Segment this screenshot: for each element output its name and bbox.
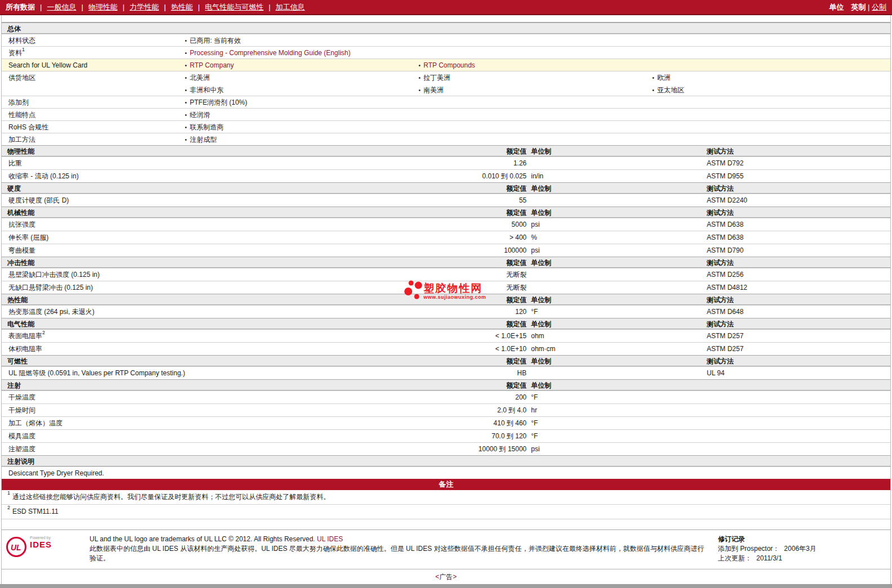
unit: psi: [531, 218, 539, 231]
section-header-6: 热性能额定值单位制测试方法: [2, 294, 890, 305]
nav-item-5[interactable]: 热性能: [171, 2, 193, 12]
bullet-item: •RTP Company: [182, 59, 234, 71]
bullet-text: 注射成型: [190, 136, 217, 143]
bullet-column-2: •拉丁美洲•南美洲: [416, 71, 451, 96]
table-row: 比重1.26ASTM D792: [2, 156, 890, 169]
table-row: 体积电阻率< 1.0E+10ohm·cmASTM D257: [2, 342, 890, 355]
test-method: ASTM D257: [707, 343, 743, 355]
top-nav-bar: 所有数据|一般信息|物理性能|力学性能|热性能|电气性能与可燃性|加工信息 单位…: [0, 0, 892, 15]
footnote-number: 1: [7, 490, 10, 496]
nav-item-7[interactable]: 加工信息: [275, 2, 305, 12]
section-title: 可燃性: [2, 357, 28, 365]
ad-slot: <广告>: [2, 569, 890, 584]
test-method: ASTM D4812: [707, 281, 747, 294]
table-row: RoHS 合规性•联系制造商: [2, 120, 890, 133]
data-link[interactable]: RTP Company: [190, 61, 234, 69]
rated-value: < 1.0E+10: [340, 343, 527, 355]
bullet-item: •PTFE润滑剂 (10%): [182, 96, 247, 109]
nav-item-1[interactable]: 所有数据: [6, 2, 35, 12]
nav-item-4[interactable]: 力学性能: [130, 2, 159, 12]
test-method: ASTM D648: [707, 306, 743, 318]
rated-value: 120: [340, 306, 527, 318]
unit: °F: [531, 391, 538, 403]
unit-separator: |: [866, 3, 872, 11]
table-row: 加工方法•注射成型: [2, 133, 890, 145]
unit-option-1[interactable]: 英制: [851, 3, 866, 11]
rated-value: 无断裂: [340, 268, 527, 281]
footnote-row-1: 1通过这些链接您能够访问供应商资料。我们尽量保证及时更新资料；不过您可以从供应商…: [2, 490, 890, 505]
unit: °F: [531, 417, 538, 429]
footer-disclaimer: 此数据表中的信息由 UL IDES 从该材料的生产商处获得。UL IDES 尽最…: [90, 544, 707, 563]
bullet-item: •Processing - Comprehensive Molding Guid…: [182, 47, 350, 59]
column-header-test-method: 测试方法: [707, 294, 734, 306]
bullet-icon: •: [182, 35, 190, 47]
unit-options: 英制 | 公制: [851, 2, 886, 12]
bullet-text: 联系制造商: [190, 123, 224, 131]
row-label: 收缩率 - 流动 (0.125 in): [2, 172, 79, 180]
row-label: RoHS 合规性: [2, 123, 48, 131]
test-method: ASTM D790: [707, 244, 743, 257]
rated-value: 55: [340, 194, 527, 207]
table-row: 添加剂•PTFE润滑剂 (10%): [2, 96, 890, 108]
bullet-icon: •: [182, 72, 190, 84]
note-text-row: Desiccant Type Dryer Required.: [2, 466, 890, 479]
row-label: 干燥温度: [2, 393, 35, 401]
unit-option-2[interactable]: 公制: [872, 3, 886, 11]
column-header-unit-system: 单位制: [531, 146, 551, 157]
footer-legal-text: UL and the UL logo are trademarks of UL …: [90, 535, 315, 543]
section-title: 电气性能: [2, 320, 34, 328]
column-header-unit-system: 单位制: [531, 380, 551, 391]
row-label: 资料1: [2, 49, 25, 57]
page-content: 总体材料状态•已商用: 当前有效资料1•Processing - Compreh…: [1, 15, 891, 584]
column-header-rated-value: 额定值: [340, 183, 527, 194]
rated-value: 410 到 460: [340, 417, 527, 429]
column-header-unit-system: 单位制: [531, 356, 551, 367]
column-header-test-method: 测试方法: [707, 183, 734, 194]
bullet-column-1: •RTP Company: [182, 59, 234, 71]
table-row: 性能特点•经润滑: [2, 108, 890, 120]
bullet-column-1: •经润滑: [182, 109, 210, 121]
row-label: 热变形温度 (264 psi, 未退火): [2, 308, 95, 316]
nav-item-6[interactable]: 电气性能与可燃性: [205, 2, 264, 12]
section-header-9: 注射额定值单位制: [2, 379, 890, 390]
ul-logo-icon: UL: [5, 536, 28, 560]
row-label: 伸长率 (屈服): [2, 234, 48, 241]
revision-value: 2011/3/1: [756, 554, 782, 562]
row-label: 无缺口悬臂梁冲击 (0.125 in): [2, 284, 93, 291]
ad-link[interactable]: 广告: [439, 573, 453, 581]
section-title: 冲击性能: [2, 259, 34, 267]
bullet-item: •非洲和中东: [182, 84, 224, 96]
table-row: 无缺口悬臂梁冲击 (0.125 in)无断裂ASTM D4812: [2, 281, 890, 294]
section-title: 硬度: [2, 185, 21, 192]
row-label: 抗张强度: [2, 221, 35, 228]
test-method: ASTM D638: [707, 231, 743, 244]
bullet-item: •注射成型: [182, 133, 217, 146]
bullet-icon: •: [416, 84, 423, 97]
revision-label: 上次更新：: [718, 554, 752, 562]
data-link[interactable]: RTP Compounds: [423, 61, 475, 69]
revision-value: 2006年3月: [784, 545, 816, 553]
nav-item-2[interactable]: 一般信息: [47, 2, 76, 12]
nav-item-3[interactable]: 物理性能: [88, 2, 118, 12]
bullet-text: 南美洲: [423, 86, 444, 94]
bullet-item: •联系制造商: [182, 121, 224, 133]
unit: ohm·cm: [531, 343, 555, 355]
row-label: 悬壁梁缺口冲击强度 (0.125 in): [2, 271, 100, 279]
ides-brand: Powered by IDES: [30, 536, 52, 549]
nav-separator: |: [123, 3, 124, 11]
rated-value: < 1.0E+15: [340, 330, 527, 342]
section-header-10: 注射说明: [2, 455, 890, 466]
bullet-text: 北美洲: [190, 74, 210, 82]
bullet-item: •拉丁美洲: [416, 71, 451, 84]
ul-ides-link[interactable]: UL IDES: [317, 535, 343, 543]
unit: %: [531, 231, 537, 244]
table-row: 伸长率 (屈服)> 400%ASTM D638: [2, 231, 890, 244]
column-header-rated-value: 额定值: [340, 207, 527, 218]
bullet-item: •经润滑: [182, 109, 210, 121]
test-method: ASTM D638: [707, 218, 743, 231]
unit: °F: [531, 306, 538, 318]
data-link[interactable]: Processing - Comprehensive Molding Guide…: [190, 49, 350, 57]
column-header-rated-value: 额定值: [340, 294, 527, 306]
bullet-text: 已商用: 当前有效: [190, 37, 241, 44]
column-header-test-method: 测试方法: [707, 207, 734, 218]
